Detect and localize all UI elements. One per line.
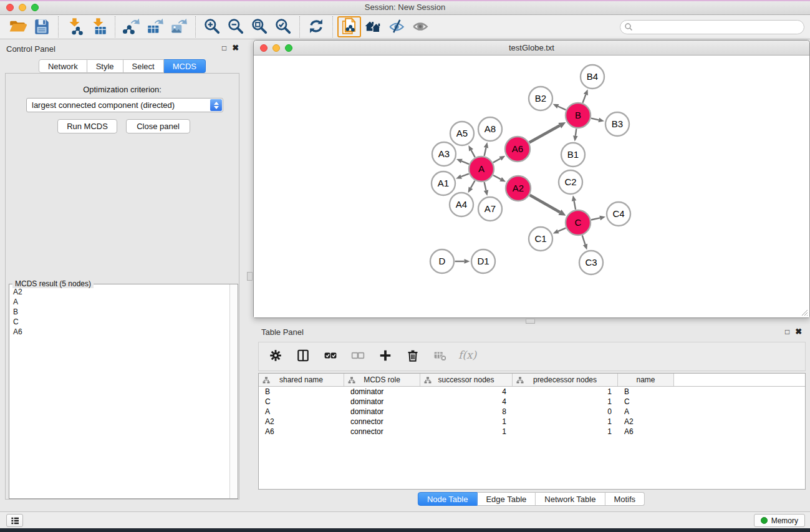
- graph-node-A4[interactable]: A4: [450, 193, 473, 216]
- import-table-button[interactable]: [87, 16, 110, 37]
- graph-node-A7[interactable]: A7: [478, 197, 502, 221]
- close-panel-button[interactable]: Close panel: [126, 119, 190, 133]
- tab-edge-table[interactable]: Edge Table: [477, 492, 536, 506]
- export-network-button[interactable]: [120, 16, 143, 37]
- graph-node-C3[interactable]: C3: [579, 251, 603, 274]
- result-item[interactable]: A: [10, 297, 229, 307]
- tab-network[interactable]: Network: [39, 59, 87, 73]
- cell-MCDS-role[interactable]: dominator: [344, 387, 420, 397]
- graph-node-A5[interactable]: A5: [450, 122, 474, 145]
- task-history-button[interactable]: [6, 514, 23, 527]
- graph-node-A6[interactable]: A6: [505, 137, 530, 162]
- result-item[interactable]: A2: [10, 287, 229, 297]
- cell-name[interactable]: B: [618, 387, 674, 397]
- cell-predecessor-nodes[interactable]: 1: [513, 397, 618, 407]
- import-network-button[interactable]: [63, 16, 87, 37]
- cell-MCDS-role[interactable]: connector: [344, 427, 420, 437]
- graph-node-B2[interactable]: B2: [529, 87, 552, 110]
- cell-predecessor-nodes[interactable]: 1: [513, 427, 618, 437]
- tab-motifs[interactable]: Motifs: [605, 492, 645, 506]
- cell-name[interactable]: C: [618, 397, 674, 407]
- result-item[interactable]: B: [10, 307, 229, 317]
- graph-node-A8[interactable]: A8: [478, 117, 502, 141]
- tab-network-table[interactable]: Network Table: [536, 492, 605, 506]
- cell-shared-name[interactable]: A: [259, 407, 344, 417]
- graph-node-C1[interactable]: C1: [529, 227, 552, 251]
- cell-shared-name[interactable]: C: [259, 397, 344, 407]
- result-scrollbar[interactable]: [229, 284, 238, 498]
- delete-column-button[interactable]: [403, 347, 422, 366]
- open-session-button[interactable]: [6, 16, 30, 37]
- cell-successor-nodes[interactable]: 8: [420, 407, 513, 417]
- network-file-button[interactable]: [337, 16, 361, 37]
- table-row[interactable]: Adominator80A: [259, 407, 805, 417]
- graph-node-A3[interactable]: A3: [432, 142, 456, 166]
- graph-node-D[interactable]: D: [430, 249, 454, 273]
- deselect-all-button[interactable]: [349, 347, 367, 366]
- cell-successor-nodes[interactable]: 4: [420, 397, 513, 407]
- column-header-predecessor-nodes[interactable]: predecessor nodes: [513, 374, 618, 386]
- export-image-button[interactable]: [167, 16, 191, 37]
- cell-successor-nodes[interactable]: 1: [420, 417, 513, 427]
- graph-node-A1[interactable]: A1: [432, 172, 455, 195]
- table-row[interactable]: Bdominator41B: [259, 387, 805, 397]
- zoom-in-button[interactable]: [200, 16, 224, 37]
- export-table-button[interactable]: [143, 16, 167, 37]
- mcds-result-list[interactable]: A2ABCA6: [10, 287, 229, 498]
- graph-node-B4[interactable]: B4: [581, 65, 604, 89]
- tab-style[interactable]: Style: [87, 59, 123, 73]
- cell-MCDS-role[interactable]: dominator: [344, 397, 420, 407]
- cell-shared-name[interactable]: B: [259, 387, 344, 397]
- resize-grip-icon[interactable]: [800, 308, 808, 316]
- select-all-button[interactable]: [321, 347, 340, 366]
- tab-mcds[interactable]: MCDS: [164, 59, 206, 73]
- zoom-out-button[interactable]: [224, 16, 248, 37]
- graph-node-C4[interactable]: C4: [607, 202, 630, 226]
- column-header-shared-name[interactable]: shared name: [259, 374, 344, 386]
- optimization-criterion-select[interactable]: largest connected component (directed): [26, 98, 223, 112]
- cell-name[interactable]: A6: [618, 427, 674, 437]
- table-row[interactable]: Cdominator41C: [259, 397, 805, 407]
- graph-node-C[interactable]: C: [566, 210, 591, 235]
- horizontal-splitter-grip[interactable]: [526, 319, 535, 324]
- cell-predecessor-nodes[interactable]: 0: [513, 407, 618, 417]
- table-row[interactable]: A6connector11A6: [259, 427, 805, 437]
- hide-graphics-details-button[interactable]: [385, 16, 408, 37]
- close-table-panel-icon[interactable]: ✖: [795, 327, 802, 336]
- cell-name[interactable]: A: [618, 407, 674, 417]
- cell-shared-name[interactable]: A2: [259, 417, 344, 427]
- network-graph[interactable]: B4 B2 B B3 A8 A5 A6 A3 B1 A C2 A1 A2 A4 …: [254, 56, 809, 317]
- close-panel-icon[interactable]: ✖: [232, 44, 239, 52]
- cell-shared-name[interactable]: A6: [259, 427, 344, 437]
- graph-node-B1[interactable]: B1: [561, 143, 585, 167]
- zoom-selected-button[interactable]: [271, 16, 295, 37]
- show-graphics-details-button[interactable]: [408, 16, 432, 37]
- cell-MCDS-role[interactable]: dominator: [344, 407, 420, 417]
- search-input[interactable]: [620, 20, 804, 34]
- zoom-fit-button[interactable]: [248, 16, 271, 37]
- cell-name[interactable]: A2: [618, 417, 674, 427]
- graph-node-A[interactable]: A: [469, 157, 494, 181]
- result-item[interactable]: C: [10, 317, 229, 327]
- apply-layout-button[interactable]: [304, 16, 328, 37]
- settings-button[interactable]: [266, 347, 285, 366]
- graph-node-B3[interactable]: B3: [605, 112, 629, 136]
- result-item[interactable]: A6: [10, 327, 229, 337]
- tab-node-table[interactable]: Node Table: [418, 492, 478, 506]
- float-table-panel-icon[interactable]: □: [785, 327, 789, 336]
- vertical-splitter-grip[interactable]: [247, 272, 253, 281]
- graph-node-C2[interactable]: C2: [559, 170, 582, 194]
- network-canvas[interactable]: B4 B2 B B3 A8 A5 A6 A3 B1 A C2 A1 A2 A4 …: [254, 56, 809, 317]
- graph-node-B[interactable]: B: [566, 103, 591, 128]
- table-row[interactable]: A2connector11A2: [259, 417, 805, 427]
- column-header-MCDS-role[interactable]: MCDS role: [344, 374, 420, 386]
- tab-select[interactable]: Select: [123, 59, 164, 73]
- run-mcds-button[interactable]: Run MCDS: [57, 119, 117, 133]
- column-header-successor-nodes[interactable]: successor nodes: [420, 374, 513, 386]
- float-panel-icon[interactable]: □: [222, 44, 226, 52]
- cell-predecessor-nodes[interactable]: 1: [513, 387, 618, 397]
- save-session-button[interactable]: [30, 16, 54, 37]
- memory-button[interactable]: Memory: [754, 514, 805, 527]
- split-panel-button[interactable]: [294, 347, 312, 366]
- column-header-name[interactable]: name: [618, 374, 674, 386]
